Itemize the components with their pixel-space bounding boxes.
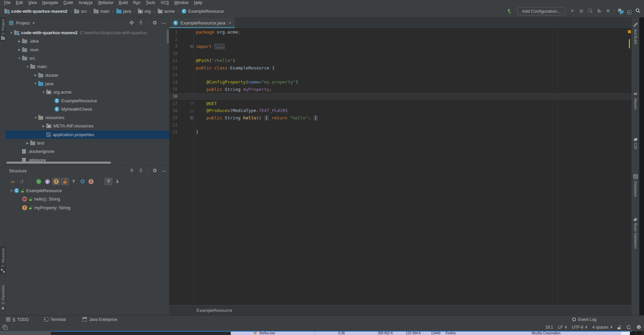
tree-row-myproperty-string[interactable]: fmyProperty: String bbox=[6, 204, 169, 212]
taskmanager-process-row[interactable]: firefox.exe 0.36 359 852 K 123 384 K 134… bbox=[231, 332, 621, 335]
stripe-tab-ant-build[interactable]: Ant Build bbox=[633, 22, 638, 44]
tree-row--mvn[interactable]: ▶.mvn bbox=[6, 46, 169, 54]
code-editor[interactable]: 1package org.acme;23+import ...1011@Path… bbox=[169, 29, 631, 305]
tree-row-main[interactable]: ▼main bbox=[6, 62, 169, 71]
chevron-right-icon[interactable]: ▶ bbox=[17, 40, 22, 43]
chevron-down-icon[interactable]: ▼ bbox=[9, 31, 14, 35]
tree-row--idea[interactable]: ▶.idea bbox=[6, 37, 169, 45]
chevron-down-icon[interactable]: ▼ bbox=[25, 65, 30, 68]
theme-face-icon[interactable] bbox=[636, 325, 641, 330]
tree-row-resources[interactable]: ▼resources bbox=[6, 113, 169, 122]
menu-window[interactable]: Window bbox=[171, 0, 191, 5]
stripe-tab-maven[interactable]: mMaven bbox=[634, 91, 638, 109]
structure-show-fields-button[interactable]: f bbox=[52, 178, 60, 185]
toolwindow-button--todo[interactable]: 6: TODO bbox=[6, 317, 29, 322]
structure-show-inherited-button[interactable]: ↑ bbox=[35, 178, 43, 185]
chevron-right-icon[interactable]: ▶ bbox=[17, 48, 22, 51]
stripe-tab-favorites[interactable]: 2: Favorites★ bbox=[0, 283, 6, 312]
tree-row-hello-string[interactable]: mhello(): String bbox=[6, 195, 169, 203]
editor-tab-exampleresource[interactable]: C ExampleResource.java × bbox=[169, 17, 235, 28]
structure-group-by-button[interactable]: Y bbox=[70, 178, 77, 185]
structure-autoscroll-from-source-button[interactable] bbox=[113, 178, 121, 185]
breadcrumb-item-acme[interactable]: acme bbox=[157, 8, 176, 14]
fold-plus-icon[interactable]: + bbox=[190, 116, 193, 119]
fold-marker-icon[interactable] bbox=[190, 109, 194, 112]
tree-row-code-with-quarkus-maven2[interactable]: ▼code-with-quarkus-maven2C:\work\src\tmp… bbox=[6, 29, 169, 37]
menu-edit[interactable]: Edit bbox=[13, 0, 25, 5]
menu-navigate[interactable]: Navigate bbox=[40, 0, 61, 5]
tree-row-application-properties[interactable]: application.properties bbox=[6, 130, 169, 139]
toolbar-bug-button[interactable] bbox=[579, 8, 584, 15]
menu-file[interactable]: File bbox=[1, 0, 13, 5]
build-hammer-icon[interactable] bbox=[506, 8, 512, 14]
chevron-down-icon[interactable]: ▼ bbox=[41, 91, 46, 94]
tree-row-exampleresource[interactable]: CExampleResource bbox=[6, 96, 169, 105]
readonly-lock-icon[interactable] bbox=[618, 325, 621, 329]
sync-icon[interactable]: ? bbox=[626, 325, 631, 330]
close-icon[interactable]: × bbox=[229, 20, 231, 25]
tree-row--dockerignore[interactable]: .dockerignore bbox=[6, 147, 169, 156]
menu-build[interactable]: Build bbox=[116, 0, 130, 5]
menu-code[interactable]: Code bbox=[61, 0, 76, 5]
breadcrumb-class[interactable]: ExampleResource bbox=[197, 308, 232, 313]
stripe-tab-bean-validation[interactable]: Bean Validation bbox=[634, 218, 638, 248]
menu-run[interactable]: Run bbox=[130, 0, 143, 5]
panel-collapse-all-button[interactable] bbox=[139, 20, 143, 26]
fold-marker-icon[interactable]: + bbox=[190, 116, 194, 119]
tree-row-org-acme[interactable]: ▼org.acme bbox=[6, 88, 169, 96]
project-horizontal-scrollbar[interactable] bbox=[6, 162, 111, 164]
menu-tools[interactable]: Tools bbox=[143, 0, 158, 5]
toolbar-profiler-button[interactable] bbox=[597, 8, 602, 15]
chevron-down-icon[interactable]: ▼ bbox=[17, 57, 22, 60]
structure-show-non-public-button[interactable] bbox=[61, 178, 69, 185]
breadcrumb-item-main[interactable]: main bbox=[93, 8, 111, 14]
panel-locate-button[interactable] bbox=[129, 20, 134, 26]
indent-widget[interactable]: 4 spaces bbox=[592, 325, 612, 330]
tree-row-exampleresource[interactable]: ▼CExampleResource bbox=[6, 186, 169, 195]
toolwindow-button-terminal[interactable]: >_Terminal bbox=[44, 317, 66, 322]
project-panel-title[interactable]: Project bbox=[16, 20, 30, 25]
stripe-tab-project[interactable]: 1: Project bbox=[0, 17, 6, 42]
stripe-tab-database[interactable]: Database bbox=[633, 174, 638, 197]
toolwindow-switcher-icon[interactable] bbox=[3, 325, 7, 330]
toolbar-search-button[interactable] bbox=[635, 8, 641, 15]
structure-show-properties-button[interactable]: p bbox=[44, 178, 51, 185]
panel-gear-button[interactable] bbox=[152, 168, 157, 174]
toolbar-stop-button[interactable] bbox=[606, 8, 610, 14]
tree-row-docker[interactable]: ▶docker bbox=[6, 71, 169, 79]
event-log-button[interactable]: Event Log bbox=[572, 317, 596, 322]
structure-panel-title[interactable]: Structure bbox=[9, 168, 27, 173]
encoding-widget[interactable]: UTF-8 bbox=[572, 325, 587, 330]
structure-show-interfaces-button[interactable] bbox=[78, 178, 86, 185]
taskbar-button[interactable] bbox=[637, 332, 641, 335]
structure-sort-by-visibility-button[interactable]: ↓ bbox=[9, 178, 16, 185]
breadcrumb-item-code-with-quarkus-maven2[interactable]: code-with-quarkus-maven2 bbox=[3, 8, 68, 14]
breadcrumb-item-java[interactable]: java bbox=[115, 8, 132, 14]
toolwindow-button-java-enterprise[interactable]: Java Enterprise bbox=[83, 317, 117, 322]
menu-analyze[interactable]: Analyze bbox=[76, 0, 96, 5]
toolbar-run-window-button[interactable]: ▶ bbox=[627, 8, 632, 14]
chevron-down-icon[interactable]: ▼ bbox=[9, 189, 14, 192]
breadcrumb-item-src[interactable]: src bbox=[73, 8, 88, 14]
breadcrumb-item-org[interactable]: org bbox=[137, 8, 152, 14]
taskmanager-scrollbar[interactable] bbox=[621, 332, 630, 335]
stripe-tab-cdi[interactable]: CDI bbox=[634, 138, 638, 149]
chevron-down-icon[interactable]: ▼ bbox=[32, 21, 35, 25]
tree-row-meta-inf-resources[interactable]: ▶META-INF.resources bbox=[6, 122, 169, 130]
panel-collapse-all-button[interactable] bbox=[139, 168, 143, 174]
add-configuration-button[interactable]: Add Configuration... bbox=[517, 7, 565, 15]
fold-plus-icon[interactable]: + bbox=[190, 45, 193, 48]
tree-row-test[interactable]: ▶test bbox=[6, 139, 169, 147]
chevron-right-icon[interactable]: ▶ bbox=[25, 142, 30, 145]
chevron-down-icon[interactable]: ▼ bbox=[33, 116, 38, 119]
toolbar-play-button[interactable] bbox=[570, 8, 575, 14]
menu-view[interactable]: View bbox=[25, 0, 40, 5]
breadcrumb-item-exampleresource[interactable]: CExampleResource bbox=[180, 8, 225, 14]
structure-show-lambdas-button[interactable]: λ bbox=[87, 178, 95, 185]
toolbar-coverage-button[interactable] bbox=[588, 8, 593, 15]
fold-marker-icon[interactable] bbox=[190, 102, 194, 105]
structure-sort-alphabetically-button[interactable]: ↓az bbox=[17, 178, 25, 185]
panel-minimize-button[interactable]: — bbox=[162, 168, 166, 173]
menu-refactor[interactable]: Refactor bbox=[96, 0, 116, 5]
caret-position-widget[interactable]: 16:1 bbox=[545, 325, 553, 330]
